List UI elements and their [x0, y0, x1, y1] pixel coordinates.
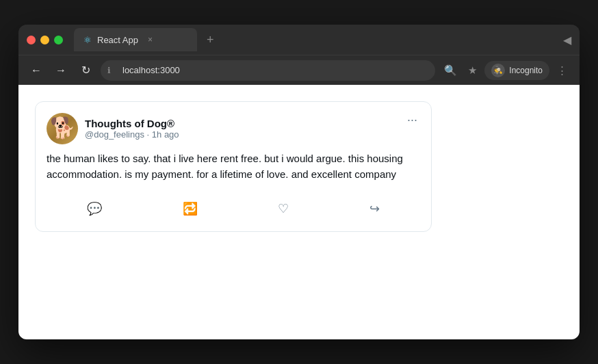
title-bar: ⚛ React App × + ◀ — [18, 25, 580, 55]
like-button[interactable]: ♡ — [271, 197, 296, 220]
maximize-button[interactable] — [54, 36, 63, 44]
avatar — [47, 113, 78, 144]
tab-bar: ⚛ React App × + ◀ — [74, 28, 571, 51]
incognito-label: Incognito — [509, 66, 543, 75]
menu-icon[interactable]: ⋮ — [552, 61, 571, 80]
display-name: Thoughts of Dog® — [85, 118, 179, 129]
tweet-header: Thoughts of Dog® @dog_feelings · 1h ago … — [47, 113, 420, 144]
page-content: Thoughts of Dog® @dog_feelings · 1h ago … — [18, 85, 580, 339]
share-icon: ↪ — [369, 201, 380, 216]
browser-window: ⚛ React App × + ◀ ← → ↻ ℹ 🔍 ★ 🕵 Incognit… — [18, 25, 580, 339]
separator: · — [147, 129, 150, 140]
incognito-avatar-icon: 🕵 — [491, 64, 505, 77]
address-input[interactable] — [101, 60, 435, 81]
back-button[interactable]: ← — [27, 61, 46, 80]
new-tab-button[interactable]: + — [203, 31, 218, 49]
tab-close-button[interactable]: × — [148, 35, 153, 44]
reply-icon: 💬 — [87, 201, 102, 216]
extensions-icon[interactable]: ◀ — [563, 34, 571, 47]
minimize-button[interactable] — [40, 36, 49, 44]
tab-favicon-icon: ⚛ — [83, 35, 92, 45]
forward-button[interactable]: → — [51, 61, 70, 80]
like-icon: ♡ — [278, 201, 289, 216]
toolbar-right: 🔍 ★ 🕵 Incognito ⋮ — [441, 61, 571, 80]
bookmark-icon[interactable]: ★ — [463, 61, 482, 80]
more-options-button[interactable]: ··· — [404, 113, 420, 127]
close-button[interactable] — [27, 36, 36, 44]
tweet-card: Thoughts of Dog® @dog_feelings · 1h ago … — [35, 101, 432, 232]
search-icon[interactable]: 🔍 — [441, 61, 460, 80]
handle: @dog_feelings — [85, 129, 144, 140]
address-wrapper: ℹ — [101, 60, 435, 81]
timestamp: 1h ago — [152, 129, 179, 140]
share-button[interactable]: ↪ — [363, 197, 387, 220]
tweet-actions: 💬 🔁 ♡ ↪ — [47, 192, 420, 220]
user-meta: @dog_feelings · 1h ago — [85, 129, 179, 140]
retweet-icon: 🔁 — [183, 201, 198, 216]
tab-title: React App — [97, 35, 138, 45]
incognito-button[interactable]: 🕵 Incognito — [484, 61, 549, 80]
lock-icon: ℹ — [107, 66, 111, 75]
user-info: Thoughts of Dog® @dog_feelings · 1h ago — [85, 118, 179, 140]
reply-button[interactable]: 💬 — [80, 197, 109, 220]
traffic-lights — [27, 36, 63, 44]
active-tab[interactable]: ⚛ React App × — [74, 28, 197, 51]
retweet-button[interactable]: 🔁 — [176, 197, 205, 220]
reload-button[interactable]: ↻ — [76, 61, 95, 80]
address-bar: ← → ↻ ℹ 🔍 ★ 🕵 Incognito ⋮ — [18, 55, 580, 85]
tweet-user: Thoughts of Dog® @dog_feelings · 1h ago — [47, 113, 179, 144]
tweet-text: the human likes to say. that i live here… — [47, 151, 420, 182]
